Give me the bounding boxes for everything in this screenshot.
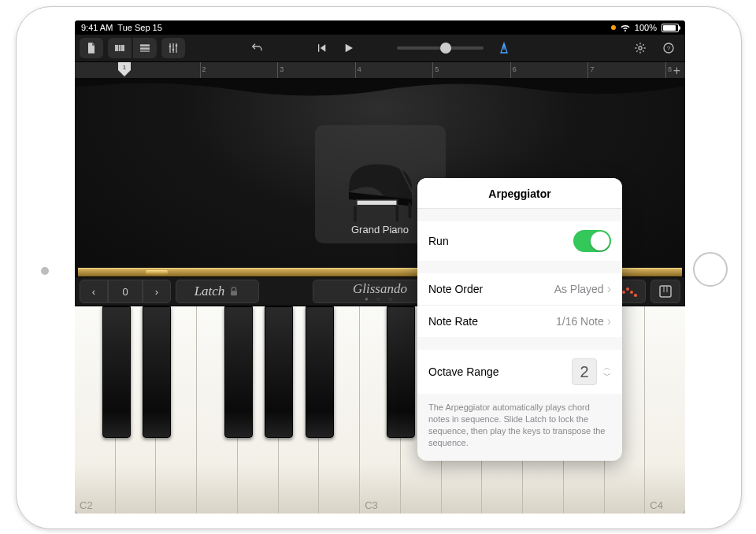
ruler-marker: 5 xyxy=(435,65,439,73)
ruler-marker: 8 xyxy=(668,65,672,73)
svg-text:?: ? xyxy=(667,45,671,52)
status-time: 9:41 AM xyxy=(81,23,113,32)
note-rate-label: Note Rate xyxy=(428,315,478,328)
key-label: C4 xyxy=(650,499,663,511)
svg-rect-2 xyxy=(121,45,124,51)
note-rate-row[interactable]: Note Rate 1/16 Note › xyxy=(417,306,622,337)
ruler-marker: 2 xyxy=(202,65,206,73)
svg-rect-17 xyxy=(395,206,398,222)
timeline-ruler[interactable]: 1 + 2345678 xyxy=(75,62,685,78)
octave-value: 0 xyxy=(108,280,143,303)
black-key[interactable] xyxy=(143,306,171,438)
lock-icon xyxy=(228,285,240,298)
battery-percent: 100% xyxy=(635,23,657,32)
status-date: Tue Sep 15 xyxy=(117,23,161,32)
stepper-down-button[interactable]: ﹀ xyxy=(603,372,611,380)
undo-icon xyxy=(250,42,263,54)
ruler-marker: 7 xyxy=(590,65,594,73)
svg-point-21 xyxy=(622,291,625,294)
tracks-button[interactable] xyxy=(133,38,157,58)
popover-title: Arpeggiator xyxy=(417,178,622,209)
svg-rect-14 xyxy=(357,201,396,205)
add-section-button[interactable]: + xyxy=(673,64,680,78)
key-label: C3 xyxy=(365,499,378,511)
metronome-button[interactable] xyxy=(498,42,510,54)
playhead-icon[interactable]: 1 xyxy=(118,62,131,78)
octave-range-row: Octave Range 2 ︿ ﹀ xyxy=(417,350,622,394)
stage-curtain xyxy=(75,78,685,102)
grand-piano-icon xyxy=(337,161,424,224)
gear-icon xyxy=(634,42,647,54)
black-key[interactable] xyxy=(306,306,334,438)
my-songs-button[interactable] xyxy=(80,38,103,58)
svg-point-8 xyxy=(176,44,178,46)
rewind-button[interactable] xyxy=(315,42,328,54)
svg-point-6 xyxy=(169,46,172,48)
svg-point-9 xyxy=(639,46,642,50)
svg-rect-16 xyxy=(354,206,357,222)
ruler-marker: 3 xyxy=(280,65,284,73)
octave-range-label: Octave Range xyxy=(428,365,499,378)
battery-icon xyxy=(662,24,679,32)
svg-point-22 xyxy=(626,287,629,291)
note-order-label: Note Order xyxy=(428,283,483,295)
help-icon: ? xyxy=(662,42,675,54)
black-key[interactable] xyxy=(387,306,415,438)
undo-button[interactable] xyxy=(250,42,263,54)
chevron-right-icon: › xyxy=(607,314,611,328)
settings-button[interactable] xyxy=(628,38,652,58)
svg-text:1: 1 xyxy=(123,64,127,71)
instrument-name: Grand Piano xyxy=(351,224,409,235)
svg-rect-1 xyxy=(119,45,121,51)
keyboard-layout-button[interactable] xyxy=(650,280,680,303)
document-icon xyxy=(85,42,98,54)
main-toolbar: ? xyxy=(75,35,685,62)
help-button[interactable]: ? xyxy=(657,38,680,58)
metronome-icon xyxy=(498,42,510,54)
note-rate-value: 1/16 Note xyxy=(556,315,604,328)
play-icon xyxy=(342,42,354,54)
page-dots-icon: ● ○ ○ xyxy=(365,297,395,302)
svg-rect-0 xyxy=(115,45,118,51)
black-key[interactable] xyxy=(102,306,131,438)
note-order-row[interactable]: Note Order As Played › xyxy=(417,273,622,306)
chevron-right-icon: › xyxy=(607,282,611,296)
tracks-icon xyxy=(139,42,151,54)
recording-indicator-icon xyxy=(611,25,616,30)
status-bar: 9:41 AM Tue Sep 15 100% xyxy=(75,20,685,35)
keyboard-icon xyxy=(658,284,673,299)
svg-point-23 xyxy=(630,291,633,294)
svg-rect-19 xyxy=(231,291,237,295)
svg-point-7 xyxy=(172,49,175,51)
master-volume-slider[interactable] xyxy=(397,46,484,50)
black-key[interactable] xyxy=(265,306,293,438)
run-toggle[interactable] xyxy=(573,230,611,252)
key-label: C2 xyxy=(80,499,93,511)
run-row: Run xyxy=(417,221,622,261)
home-button[interactable] xyxy=(693,252,728,287)
ruler-marker: 4 xyxy=(358,65,361,73)
svg-rect-25 xyxy=(660,286,671,297)
mixer-icon xyxy=(167,42,180,54)
octave-up-button[interactable]: › xyxy=(143,280,171,303)
fx-button[interactable] xyxy=(161,38,185,58)
popover-description: The Arpeggiator automatically plays chor… xyxy=(417,394,622,461)
note-order-value: As Played xyxy=(554,283,604,295)
ruler-marker: 6 xyxy=(513,65,517,73)
run-label: Run xyxy=(428,235,449,247)
screen: 9:41 AM Tue Sep 15 100% xyxy=(75,20,685,514)
browser-button[interactable] xyxy=(108,38,132,58)
glissando-label: Glissando xyxy=(353,281,407,297)
play-button[interactable] xyxy=(342,42,354,54)
latch-label: Latch xyxy=(195,284,225,299)
svg-rect-3 xyxy=(140,44,150,46)
svg-rect-18 xyxy=(408,202,411,218)
hinge-decor xyxy=(146,270,168,275)
svg-rect-4 xyxy=(140,47,150,50)
latch-button[interactable]: Latch xyxy=(176,280,259,303)
svg-rect-5 xyxy=(140,50,150,51)
black-key[interactable] xyxy=(224,306,253,438)
octave-down-button[interactable]: ‹ xyxy=(80,280,108,303)
slider-thumb[interactable] xyxy=(440,43,451,54)
front-camera xyxy=(41,267,49,275)
